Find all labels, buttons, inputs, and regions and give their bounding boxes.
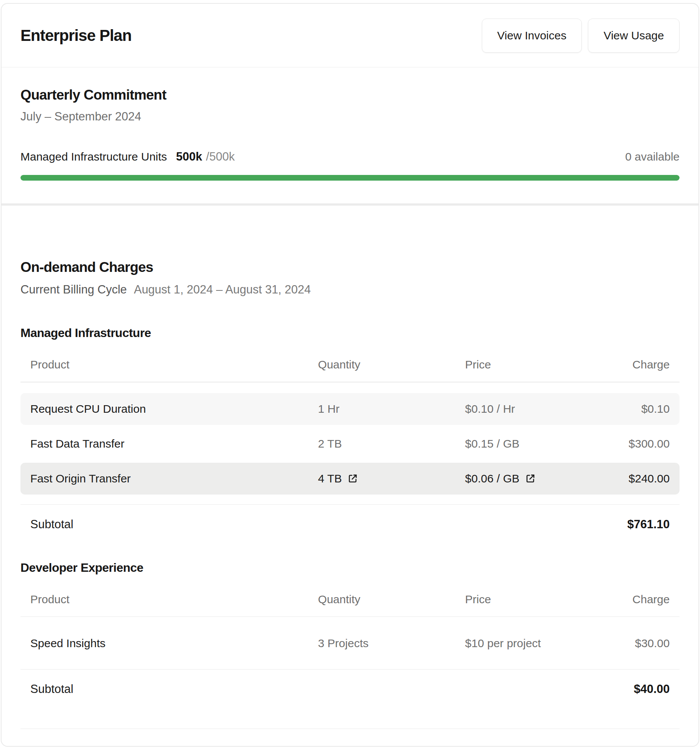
- usage-available: 0 available: [625, 150, 680, 163]
- row-quantity: 2 TB: [318, 437, 465, 450]
- plan-header: Enterprise Plan View Invoices View Usage: [2, 4, 698, 67]
- table-header: Product Quantity Price Charge: [20, 356, 680, 373]
- external-link-icon[interactable]: [347, 473, 358, 484]
- row-charge: $300.00: [587, 437, 670, 450]
- row-price-value: $0.06 / GB: [465, 472, 519, 485]
- table-row: Fast Origin Transfer 4 TB $0.06 / GB: [20, 463, 680, 495]
- external-link-icon[interactable]: [525, 473, 536, 484]
- billing-card: Enterprise Plan View Invoices View Usage…: [1, 3, 699, 747]
- table-header-divider: [20, 382, 680, 382]
- usage-progress-bar: [20, 175, 680, 181]
- usage-row: Managed Infrastructure Units 500k /500k …: [20, 150, 680, 164]
- quarterly-period: July – September 2024: [20, 110, 680, 123]
- payment-schedule-note: Payment scheduled for August 31, 2024: [413, 746, 614, 747]
- billing-cycle-range: August 1, 2024 – August 31, 2024: [134, 283, 311, 296]
- product-name: Speed Insights: [30, 637, 318, 650]
- table-body: Speed Insights 3 Projects $10 per projec…: [20, 627, 680, 659]
- quarterly-commitment-title: Quarterly Commitment: [20, 87, 680, 103]
- column-charge: Charge: [587, 593, 670, 606]
- column-charge: Charge: [587, 358, 670, 371]
- subtotal-row: Subtotal $40.00: [20, 669, 680, 696]
- product-name: Request CPU Duration: [30, 403, 318, 415]
- row-quantity: 4 TB: [318, 472, 465, 485]
- column-product: Product: [30, 358, 318, 371]
- column-product: Product: [30, 593, 318, 606]
- view-usage-button[interactable]: View Usage: [588, 19, 680, 53]
- billing-cycle-label: Current Billing Cycle: [20, 283, 127, 296]
- table-body: Request CPU Duration 1 Hr $0.10 / Hr $0.…: [20, 393, 680, 495]
- usage-summary: Managed Infrastructure Units 500k /500k: [20, 150, 235, 164]
- table-header: Product Quantity Price Charge: [20, 591, 680, 608]
- usage-progress-fill: [20, 175, 680, 181]
- subtotal-label: Subtotal: [30, 682, 73, 696]
- billing-cycle: Current Billing Cycle August 1, 2024 – A…: [20, 283, 680, 296]
- total-due-label: Total Due: [30, 746, 84, 747]
- quarterly-commitment-section: Quarterly Commitment July – September 20…: [2, 67, 698, 203]
- on-demand-charges-section: On-demand Charges Current Billing Cycle …: [2, 206, 698, 747]
- developer-experience-title: Developer Experience: [20, 561, 680, 575]
- usage-label: Managed Infrastructure Units: [20, 150, 167, 163]
- on-demand-title: On-demand Charges: [20, 259, 680, 275]
- column-quantity: Quantity: [318, 593, 465, 606]
- usage-total-value: /500k: [206, 150, 235, 164]
- subtotal-label: Subtotal: [30, 518, 73, 531]
- developer-experience-table: Product Quantity Price Charge Speed Insi…: [20, 591, 680, 696]
- table-row: Speed Insights 3 Projects $10 per projec…: [20, 627, 680, 659]
- row-price: $0.10 / Hr: [465, 403, 587, 415]
- product-name: Fast Origin Transfer: [30, 472, 318, 485]
- product-name: Fast Data Transfer: [30, 437, 318, 450]
- row-quantity: 1 Hr: [318, 403, 465, 415]
- row-quantity: 3 Projects: [318, 637, 465, 650]
- header-actions: View Invoices View Usage: [482, 19, 680, 53]
- row-charge: $30.00: [587, 637, 670, 650]
- row-charge: $0.10: [587, 403, 670, 415]
- table-row: Request CPU Duration 1 Hr $0.10 / Hr $0.…: [20, 393, 680, 425]
- subtotal-row: Subtotal $761.10: [20, 504, 680, 531]
- row-quantity-value: 4 TB: [318, 472, 342, 485]
- column-price: Price: [465, 593, 587, 606]
- row-price: $0.15 / GB: [465, 437, 587, 450]
- table-row: Fast Data Transfer 2 TB $0.15 / GB $300.…: [20, 428, 680, 460]
- row-charge: $240.00: [587, 472, 670, 485]
- row-price: $10 per project: [465, 637, 587, 650]
- subtotal-value: $761.10: [627, 518, 670, 531]
- managed-infrastructure-title: Managed Infrastructure: [20, 326, 680, 340]
- table-header-divider: [20, 616, 680, 617]
- subtotal-value: $40.00: [634, 682, 670, 696]
- view-invoices-button[interactable]: View Invoices: [482, 19, 582, 53]
- total-due-amount: $801.10: [626, 746, 670, 747]
- row-price: $0.06 / GB: [465, 472, 587, 485]
- usage-used-value: 500k: [176, 150, 202, 164]
- column-price: Price: [465, 358, 587, 371]
- page-title: Enterprise Plan: [20, 27, 131, 45]
- column-quantity: Quantity: [318, 358, 465, 371]
- managed-infrastructure-table: Product Quantity Price Charge Request CP…: [20, 356, 680, 531]
- total-due-row: Total Due Payment scheduled for August 3…: [20, 729, 680, 747]
